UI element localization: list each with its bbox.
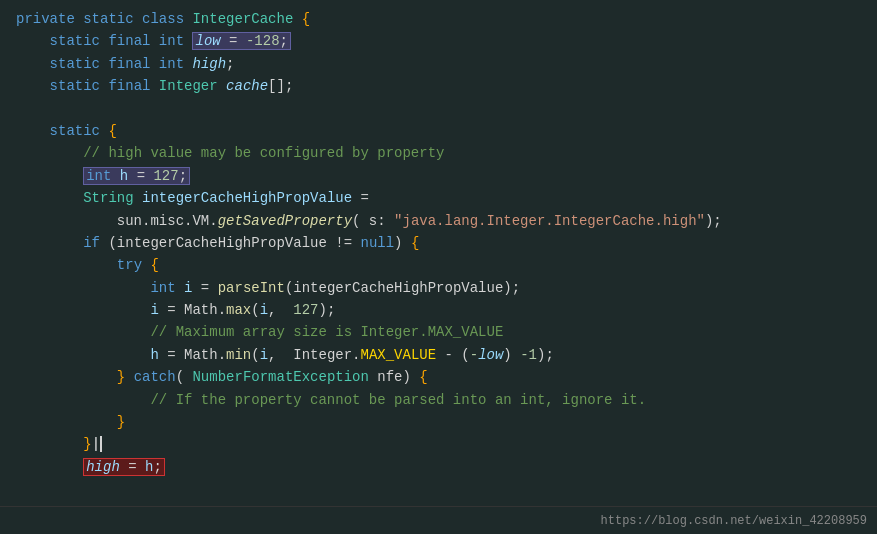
status-url: https://blog.csdn.net/weixin_42208959 <box>601 514 867 528</box>
code-line-14: i = Math.max(i, 127); <box>16 299 861 321</box>
code-line-12: try { <box>16 254 861 276</box>
code-line-6: static { <box>16 120 861 142</box>
code-line-19: } <box>16 411 861 433</box>
code-line-15: // Maximum array size is Integer.MAX_VAL… <box>16 321 861 343</box>
code-line-20: }| <box>16 433 861 455</box>
code-line-7: // high value may be configured by prope… <box>16 142 861 164</box>
code-line-10: sun.misc.VM.getSavedProperty( s: "java.l… <box>16 210 861 232</box>
code-line-4: static final Integer cache[]; <box>16 75 861 97</box>
code-line-17: } catch( NumberFormatException nfe) { <box>16 366 861 388</box>
code-line-9: String integerCacheHighPropValue = <box>16 187 861 209</box>
code-line-1: private static class IntegerCache { <box>16 8 861 30</box>
code-line-11: if (integerCacheHighPropValue != null) { <box>16 232 861 254</box>
status-bar: https://blog.csdn.net/weixin_42208959 <box>0 506 877 534</box>
code-line-21: high = h; <box>16 456 861 478</box>
code-line-2: static final int low = -128; <box>16 30 861 52</box>
code-line-5 <box>16 98 861 120</box>
code-container: private static class IntegerCache { stat… <box>0 0 877 534</box>
code-line-16: h = Math.min(i, Integer.MAX_VALUE - (-lo… <box>16 344 861 366</box>
code-line-13: int i = parseInt(integerCacheHighPropVal… <box>16 277 861 299</box>
code-line-8: int h = 127; <box>16 165 861 187</box>
code-line-18: // If the property cannot be parsed into… <box>16 389 861 411</box>
code-line-3: static final int high; <box>16 53 861 75</box>
